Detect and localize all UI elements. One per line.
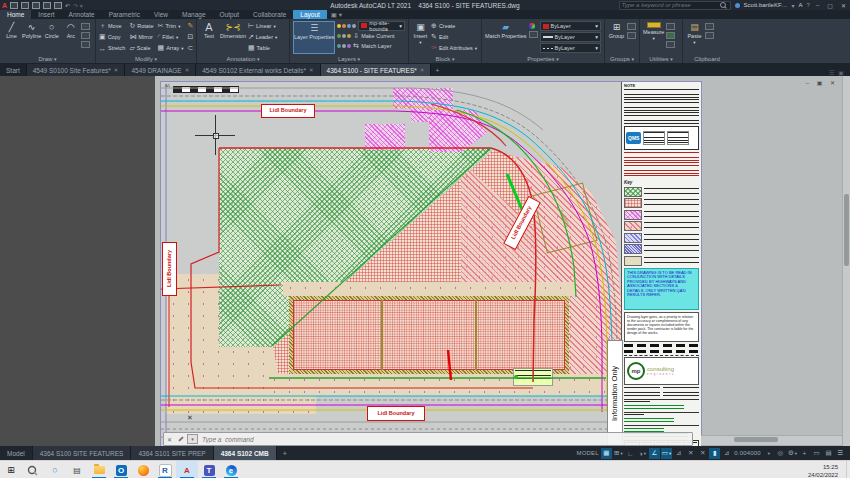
firefox-icon[interactable] [132, 461, 154, 478]
snap-tracking-toggle[interactable]: ⊿ [673, 448, 684, 459]
tab-overflow-icon[interactable]: ☰ [829, 69, 834, 76]
quick-select-icon[interactable] [666, 23, 675, 30]
quick-access-toolbar[interactable]: ↶ ↷ ▾ [10, 2, 83, 9]
group-edit-icon[interactable] [627, 32, 636, 39]
viewport-window-buttons[interactable]: – ▣ ✕ [806, 79, 838, 86]
match-properties-button[interactable]: ▰ Match Properties [485, 21, 527, 39]
tab-output[interactable]: Output [213, 10, 247, 19]
annotation-visibility-toggle[interactable]: ◎ [775, 448, 786, 459]
array-button[interactable]: ▦Array ▾ [158, 43, 184, 53]
add-scale-button[interactable]: + [799, 448, 810, 459]
task-view-button[interactable]: ▤ [66, 461, 88, 478]
fillet-button[interactable]: ◜Fillet ▾ [158, 32, 184, 42]
explode-button[interactable]: ⊡ [188, 32, 194, 42]
match-layer-button[interactable]: ⇆Match Layer [337, 41, 405, 50]
signed-in-user[interactable]: Scott.bartleKF… [744, 2, 788, 8]
undo-icon[interactable]: ↶ [65, 2, 70, 9]
layer-properties-button[interactable]: ☰ Layer Properties [293, 21, 335, 54]
close-button[interactable]: ✕ [839, 2, 848, 9]
layout-tab[interactable]: 4364 S100 SITE FEATURES [33, 446, 132, 460]
object-snap-toggle[interactable]: ▭▾ [661, 448, 672, 459]
scale-button[interactable]: ▱Scale [129, 43, 153, 53]
help-search[interactable] [619, 1, 731, 10]
offset-button[interactable]: ⊂ [188, 43, 194, 53]
layout-tab[interactable]: 4364 S101 SITE PREP [131, 446, 213, 460]
panel-properties-label[interactable]: Properties ▾ [482, 55, 604, 63]
close-icon[interactable]: ✕ [185, 67, 190, 73]
drawing-viewport[interactable]: Building A1 [155, 76, 850, 446]
command-line[interactable]: ✕ ▾ [163, 432, 693, 446]
panel-block-label[interactable]: Block ▾ [409, 55, 481, 63]
stretch-button[interactable]: ↔Stretch [99, 43, 125, 53]
polyline-button[interactable]: ∿Polyline [22, 21, 41, 39]
layer-on-icon[interactable] [337, 24, 341, 28]
ungroup-icon[interactable] [627, 23, 636, 30]
outlook-icon[interactable]: O [110, 461, 132, 478]
panel-draw-label[interactable]: Draw ▾ [0, 55, 95, 63]
layer-lock-icon[interactable] [347, 24, 351, 28]
table-button[interactable]: ▦Table [248, 43, 277, 53]
user-menu-chevron-icon[interactable]: ▾ [792, 2, 795, 9]
command-input[interactable] [200, 435, 692, 444]
object-color-dropdown[interactable]: ByLayer▾ [540, 21, 601, 31]
copy-clip-icon[interactable] [705, 32, 714, 39]
layout-tab-model[interactable]: Model [0, 446, 33, 460]
wrench-icon[interactable] [178, 436, 184, 442]
panel-annotation-label[interactable]: Annotation ▾ [197, 55, 289, 63]
snap-toggle[interactable]: ⊞▾ [613, 448, 624, 459]
tab-annotate[interactable]: Annotate [62, 10, 102, 19]
autocad-taskbar-icon[interactable]: A [176, 461, 198, 478]
layout-tab-active[interactable]: 4364 S102 CMB [214, 446, 277, 460]
customize-menu-icon[interactable]: ☰ [835, 448, 846, 459]
color-wheel-icon[interactable] [529, 23, 535, 29]
open-icon[interactable] [21, 2, 29, 9]
linetype-dropdown[interactable]: ByLayer▾ [540, 43, 601, 53]
annotation-scale-icon[interactable]: ⊿ [721, 448, 732, 459]
layout-sheet[interactable]: Building A1 [160, 81, 702, 446]
edit-block-button[interactable]: ✎Edit [431, 32, 477, 42]
horizontal-scrollbar[interactable] [695, 435, 843, 446]
panel-layers-label[interactable]: Layers ▾ [290, 55, 408, 63]
restore-button[interactable]: ▢ [825, 2, 835, 9]
copy-button[interactable]: ▣Copy [99, 32, 125, 42]
move-button[interactable]: ＋Move [99, 21, 125, 31]
minimize-button[interactable]: – [814, 2, 821, 8]
line-button[interactable]: ╱Line [3, 21, 20, 39]
tab-manage[interactable]: Manage [175, 10, 213, 19]
file-tab-active[interactable]: 4364 S100 - SITE FEATURES*✕ [321, 64, 432, 76]
isolate-objects-toggle[interactable]: ▤ [823, 448, 834, 459]
viewport-scale-value[interactable]: 0.004000 [733, 448, 762, 459]
linear-button[interactable]: ⊢Linear ▾ [248, 21, 277, 31]
dimension-button[interactable]: ⊱⊰Dimension [220, 21, 246, 39]
edge-icon[interactable]: e [220, 461, 242, 478]
mirror-button[interactable]: ⋈Mirror [129, 32, 153, 42]
layer-state-icons[interactable] [337, 24, 356, 28]
tab-view[interactable]: View [147, 10, 175, 19]
taskbar-search-button[interactable] [22, 461, 44, 478]
dynamic-input-toggle[interactable]: ∟ [625, 448, 636, 459]
file-tab[interactable]: 4549 S0102 External works Details*✕ [196, 64, 320, 76]
close-icon[interactable]: ✕ [164, 436, 175, 443]
rotate-button[interactable]: ↻Rotate [129, 21, 153, 31]
text-button[interactable]: AText [200, 21, 218, 39]
r-app-icon[interactable]: R [154, 461, 176, 478]
model-space-button[interactable]: MODEL [576, 448, 600, 459]
settings-gear-icon[interactable]: ⚙▾ [787, 448, 798, 459]
lineweight-dropdown[interactable]: ByLayer▾ [540, 32, 601, 42]
circle-button[interactable]: ○Circle [43, 21, 60, 39]
scale-chevron-icon[interactable]: ▾ [763, 448, 774, 459]
cut-icon[interactable] [705, 23, 714, 30]
isodraft-toggle[interactable]: ∠ [649, 448, 660, 459]
scrollbar-thumb[interactable] [734, 437, 778, 442]
tab-parametric[interactable]: Parametric [102, 10, 147, 19]
panel-modify-label[interactable]: Modify ▾ [96, 55, 196, 63]
teams-icon[interactable]: T [198, 461, 220, 478]
quick-calc-icon[interactable] [666, 32, 675, 39]
recent-commands-icon[interactable]: ▾ [187, 434, 198, 444]
group-button[interactable]: ⊞Group [608, 21, 625, 39]
arc-button[interactable]: ◠Arc [62, 21, 79, 39]
file-tab-start[interactable]: Start [0, 64, 27, 76]
cortana-button[interactable]: ○ [44, 461, 66, 478]
new-icon[interactable] [10, 2, 18, 9]
lineweight-icon[interactable] [529, 31, 538, 38]
